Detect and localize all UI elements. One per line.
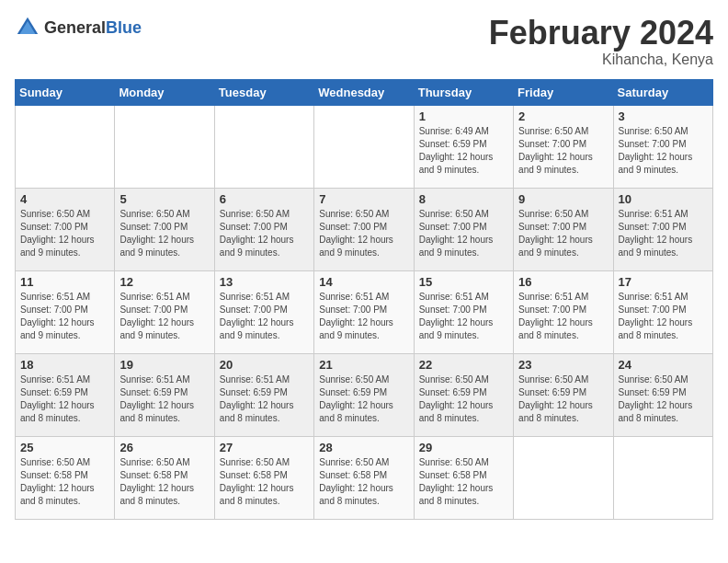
cell-info: Sunrise: 6:50 AM Sunset: 6:58 PM Dayligh… xyxy=(319,456,408,508)
calendar-body: 1Sunrise: 6:49 AM Sunset: 6:59 PM Daylig… xyxy=(16,105,713,519)
weekday-header-cell: Saturday xyxy=(613,79,712,105)
calendar-cell: 9Sunrise: 6:50 AM Sunset: 7:00 PM Daylig… xyxy=(514,188,613,270)
day-number: 8 xyxy=(419,192,508,206)
logo-icon xyxy=(15,15,40,40)
day-number: 24 xyxy=(619,358,708,372)
day-number: 11 xyxy=(20,275,109,289)
weekday-header-cell: Sunday xyxy=(16,79,115,105)
calendar-cell xyxy=(314,105,414,188)
day-number: 14 xyxy=(319,275,408,289)
cell-info: Sunrise: 6:51 AM Sunset: 6:59 PM Dayligh… xyxy=(220,373,309,425)
calendar-cell: 5Sunrise: 6:50 AM Sunset: 7:00 PM Daylig… xyxy=(115,188,214,270)
day-number: 23 xyxy=(518,358,608,372)
day-number: 25 xyxy=(20,441,109,454)
calendar-cell xyxy=(115,105,214,188)
calendar-cell: 14Sunrise: 6:51 AM Sunset: 7:00 PM Dayli… xyxy=(314,270,414,353)
calendar-cell: 27Sunrise: 6:50 AM Sunset: 6:58 PM Dayli… xyxy=(214,436,313,519)
header: GeneralBlue February 2024 Kihancha, Keny… xyxy=(15,15,713,68)
calendar-cell: 16Sunrise: 6:51 AM Sunset: 7:00 PM Dayli… xyxy=(514,270,613,353)
calendar-cell: 25Sunrise: 6:50 AM Sunset: 6:58 PM Dayli… xyxy=(16,436,115,519)
day-number: 26 xyxy=(119,441,209,454)
calendar-cell: 6Sunrise: 6:50 AM Sunset: 7:00 PM Daylig… xyxy=(214,188,313,270)
cell-info: Sunrise: 6:51 AM Sunset: 7:00 PM Dayligh… xyxy=(619,208,708,259)
weekday-header-row: SundayMondayTuesdayWednesdayThursdayFrid… xyxy=(16,79,713,105)
cell-info: Sunrise: 6:50 AM Sunset: 6:59 PM Dayligh… xyxy=(419,373,508,425)
cell-info: Sunrise: 6:50 AM Sunset: 6:58 PM Dayligh… xyxy=(220,456,309,508)
calendar-cell: 26Sunrise: 6:50 AM Sunset: 6:58 PM Dayli… xyxy=(115,436,214,519)
cell-info: Sunrise: 6:50 AM Sunset: 6:59 PM Dayligh… xyxy=(518,373,608,425)
weekday-header-cell: Tuesday xyxy=(214,79,313,105)
cell-info: Sunrise: 6:50 AM Sunset: 7:00 PM Dayligh… xyxy=(319,208,408,259)
cell-info: Sunrise: 6:50 AM Sunset: 7:00 PM Dayligh… xyxy=(619,125,708,177)
cell-info: Sunrise: 6:51 AM Sunset: 7:00 PM Dayligh… xyxy=(619,291,708,342)
day-number: 28 xyxy=(319,441,408,454)
cell-info: Sunrise: 6:51 AM Sunset: 7:00 PM Dayligh… xyxy=(20,291,109,342)
cell-info: Sunrise: 6:50 AM Sunset: 6:58 PM Dayligh… xyxy=(20,456,109,508)
cell-info: Sunrise: 6:50 AM Sunset: 6:58 PM Dayligh… xyxy=(419,456,508,508)
day-number: 21 xyxy=(319,358,408,372)
cell-info: Sunrise: 6:50 AM Sunset: 6:59 PM Dayligh… xyxy=(619,373,708,425)
calendar-cell: 20Sunrise: 6:51 AM Sunset: 6:59 PM Dayli… xyxy=(214,353,313,436)
cell-info: Sunrise: 6:50 AM Sunset: 7:00 PM Dayligh… xyxy=(518,125,608,177)
logo-blue-text: Blue xyxy=(106,18,142,37)
calendar-cell: 4Sunrise: 6:50 AM Sunset: 7:00 PM Daylig… xyxy=(16,188,115,270)
logo: GeneralBlue xyxy=(15,15,142,40)
calendar-cell: 24Sunrise: 6:50 AM Sunset: 6:59 PM Dayli… xyxy=(613,353,712,436)
cell-info: Sunrise: 6:50 AM Sunset: 6:59 PM Dayligh… xyxy=(319,373,408,425)
calendar-cell: 7Sunrise: 6:50 AM Sunset: 7:00 PM Daylig… xyxy=(314,188,414,270)
calendar-cell: 19Sunrise: 6:51 AM Sunset: 6:59 PM Dayli… xyxy=(115,353,214,436)
day-number: 22 xyxy=(419,358,508,372)
calendar-cell: 1Sunrise: 6:49 AM Sunset: 6:59 PM Daylig… xyxy=(414,105,513,188)
day-number: 3 xyxy=(619,109,708,123)
calendar-cell: 3Sunrise: 6:50 AM Sunset: 7:00 PM Daylig… xyxy=(613,105,712,188)
logo-general-text: General xyxy=(44,18,106,37)
calendar-cell: 23Sunrise: 6:50 AM Sunset: 6:59 PM Dayli… xyxy=(514,353,613,436)
day-number: 20 xyxy=(220,358,309,372)
calendar-week-row: 18Sunrise: 6:51 AM Sunset: 6:59 PM Dayli… xyxy=(16,353,713,436)
calendar-cell: 13Sunrise: 6:51 AM Sunset: 7:00 PM Dayli… xyxy=(214,270,313,353)
weekday-header-cell: Wednesday xyxy=(314,79,414,105)
calendar-cell: 12Sunrise: 6:51 AM Sunset: 7:00 PM Dayli… xyxy=(115,270,214,353)
calendar-cell: 10Sunrise: 6:51 AM Sunset: 7:00 PM Dayli… xyxy=(613,188,712,270)
month-title: February 2024 xyxy=(489,15,713,52)
cell-info: Sunrise: 6:51 AM Sunset: 6:59 PM Dayligh… xyxy=(20,373,109,425)
calendar-cell xyxy=(514,436,613,519)
day-number: 4 xyxy=(20,192,109,206)
cell-info: Sunrise: 6:51 AM Sunset: 7:00 PM Dayligh… xyxy=(119,291,209,342)
cell-info: Sunrise: 6:51 AM Sunset: 7:00 PM Dayligh… xyxy=(518,291,608,342)
calendar-cell xyxy=(613,436,712,519)
day-number: 9 xyxy=(518,192,608,206)
calendar-cell: 15Sunrise: 6:51 AM Sunset: 7:00 PM Dayli… xyxy=(414,270,513,353)
calendar-cell: 28Sunrise: 6:50 AM Sunset: 6:58 PM Dayli… xyxy=(314,436,414,519)
day-number: 29 xyxy=(419,441,508,454)
day-number: 19 xyxy=(119,358,209,372)
cell-info: Sunrise: 6:50 AM Sunset: 7:00 PM Dayligh… xyxy=(220,208,309,259)
calendar-cell xyxy=(214,105,313,188)
calendar-cell: 29Sunrise: 6:50 AM Sunset: 6:58 PM Dayli… xyxy=(414,436,513,519)
cell-info: Sunrise: 6:51 AM Sunset: 7:00 PM Dayligh… xyxy=(220,291,309,342)
day-number: 17 xyxy=(619,275,708,289)
cell-info: Sunrise: 6:51 AM Sunset: 6:59 PM Dayligh… xyxy=(119,373,209,425)
calendar-cell: 17Sunrise: 6:51 AM Sunset: 7:00 PM Dayli… xyxy=(613,270,712,353)
calendar-cell: 8Sunrise: 6:50 AM Sunset: 7:00 PM Daylig… xyxy=(414,188,513,270)
day-number: 12 xyxy=(119,275,209,289)
weekday-header-cell: Thursday xyxy=(414,79,513,105)
calendar-cell xyxy=(16,105,115,188)
day-number: 15 xyxy=(419,275,508,289)
day-number: 6 xyxy=(220,192,309,206)
day-number: 2 xyxy=(518,109,608,123)
calendar-cell: 18Sunrise: 6:51 AM Sunset: 6:59 PM Dayli… xyxy=(16,353,115,436)
day-number: 5 xyxy=(119,192,209,206)
cell-info: Sunrise: 6:51 AM Sunset: 7:00 PM Dayligh… xyxy=(419,291,508,342)
day-number: 13 xyxy=(220,275,309,289)
day-number: 1 xyxy=(419,109,508,123)
cell-info: Sunrise: 6:50 AM Sunset: 7:00 PM Dayligh… xyxy=(419,208,508,259)
day-number: 27 xyxy=(220,441,309,454)
location-title: Kihancha, Kenya xyxy=(489,52,713,68)
cell-info: Sunrise: 6:49 AM Sunset: 6:59 PM Dayligh… xyxy=(419,125,508,177)
calendar-cell: 21Sunrise: 6:50 AM Sunset: 6:59 PM Dayli… xyxy=(314,353,414,436)
calendar-cell: 22Sunrise: 6:50 AM Sunset: 6:59 PM Dayli… xyxy=(414,353,513,436)
title-area: February 2024 Kihancha, Kenya xyxy=(489,15,713,68)
cell-info: Sunrise: 6:50 AM Sunset: 7:00 PM Dayligh… xyxy=(20,208,109,259)
weekday-header-cell: Friday xyxy=(514,79,613,105)
